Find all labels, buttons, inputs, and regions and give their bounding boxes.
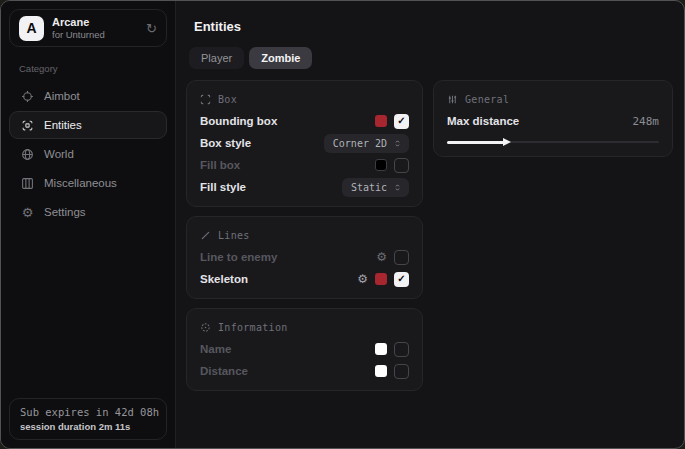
sidebar-item-miscellaneous[interactable]: Miscellaneous bbox=[9, 169, 167, 197]
chevron-up-down-icon bbox=[393, 139, 402, 148]
entity-tabs: Player Zombie bbox=[189, 47, 673, 69]
skeleton-label: Skeleton bbox=[200, 273, 248, 285]
max-distance-label: Max distance bbox=[447, 115, 519, 127]
line-to-enemy-gear-icon[interactable]: ⚙ bbox=[376, 251, 387, 263]
box-card: Box Bounding box ✓ Box style bbox=[186, 80, 423, 207]
app-logo: A bbox=[19, 16, 44, 41]
bounding-box-row: Bounding box ✓ bbox=[200, 110, 409, 132]
fill-style-label: Fill style bbox=[200, 181, 246, 193]
box-card-rows: Bounding box ✓ Box style Corner 2D bbox=[200, 110, 409, 198]
app-header-card: A Arcane for Unturned ↻ bbox=[9, 9, 167, 47]
subscription-card: Sub expires in 42d 08h session duration … bbox=[9, 398, 167, 440]
content-area: Box Bounding box ✓ Box style bbox=[186, 80, 673, 391]
box-style-row: Box style Corner 2D bbox=[200, 132, 409, 154]
lines-card-header: Lines bbox=[200, 227, 409, 243]
distance-row: Distance bbox=[200, 360, 409, 382]
max-distance-slider[interactable] bbox=[447, 136, 659, 148]
sidebar-item-world[interactable]: World bbox=[9, 140, 167, 168]
bounding-box-label: Bounding box bbox=[200, 115, 277, 127]
globe-icon bbox=[20, 148, 35, 161]
tab-zombie[interactable]: Zombie bbox=[249, 47, 312, 69]
columns-icon bbox=[20, 177, 35, 190]
sliders-icon bbox=[447, 94, 458, 105]
general-card-header: General bbox=[447, 91, 659, 107]
box-style-dropdown[interactable]: Corner 2D bbox=[324, 134, 409, 153]
skeleton-row: Skeleton ⚙ ✓ bbox=[200, 268, 409, 290]
line-icon bbox=[200, 230, 211, 241]
box-card-header: Box bbox=[200, 91, 409, 107]
lines-card-rows: Line to enemy ⚙ Skeleton ⚙ ✓ bbox=[200, 246, 409, 290]
box-style-label: Box style bbox=[200, 137, 251, 149]
fill-box-label: Fill box bbox=[200, 159, 240, 171]
distance-color-swatch[interactable] bbox=[375, 365, 387, 377]
skeleton-color-swatch[interactable] bbox=[375, 273, 387, 285]
fill-box-row: Fill box bbox=[200, 154, 409, 176]
sidebar-item-label: Settings bbox=[44, 206, 86, 218]
fill-style-dropdown[interactable]: Static bbox=[342, 178, 409, 197]
app-subtitle: for Unturned bbox=[52, 29, 105, 41]
tab-player[interactable]: Player bbox=[189, 47, 244, 69]
box-card-title: Box bbox=[218, 94, 237, 105]
line-to-enemy-checkbox[interactable] bbox=[394, 250, 409, 265]
fill-box-color-swatch[interactable] bbox=[375, 159, 387, 171]
gear-icon: ⚙ bbox=[20, 205, 35, 220]
sidebar-item-settings[interactable]: ⚙ Settings bbox=[9, 198, 167, 226]
left-column: Box Bounding box ✓ Box style bbox=[186, 80, 423, 391]
session-duration-text: session duration 2m 11s bbox=[20, 421, 156, 432]
distance-label: Distance bbox=[200, 365, 248, 377]
sidebar-item-entities[interactable]: Entities bbox=[9, 111, 167, 139]
sidebar-item-label: World bbox=[44, 148, 74, 160]
bounding-box-checkbox[interactable]: ✓ bbox=[394, 114, 409, 129]
information-card-title: Information bbox=[218, 322, 288, 333]
bounding-box-color-swatch[interactable] bbox=[375, 115, 387, 127]
sidebar: A Arcane for Unturned ↻ Category Aimbot … bbox=[1, 1, 176, 448]
distance-checkbox[interactable] bbox=[394, 364, 409, 379]
information-card-header: Information bbox=[200, 319, 409, 335]
max-distance-row: Max distance 248m bbox=[447, 110, 659, 132]
skeleton-checkbox[interactable]: ✓ bbox=[394, 272, 409, 287]
category-label: Category bbox=[19, 63, 167, 74]
general-card-title: General bbox=[465, 94, 509, 105]
main-panel: Entities Player Zombie Box Bounding box bbox=[176, 1, 685, 448]
app-titles: Arcane for Unturned bbox=[52, 16, 105, 41]
name-color-swatch[interactable] bbox=[375, 343, 387, 355]
fill-box-checkbox[interactable] bbox=[394, 158, 409, 173]
lines-card: Lines Line to enemy ⚙ Skeleton bbox=[186, 216, 423, 299]
information-card-rows: Name Distance bbox=[200, 338, 409, 382]
sidebar-item-label: Entities bbox=[44, 119, 82, 131]
scan-circle-icon bbox=[200, 322, 211, 333]
crosshair-icon bbox=[20, 90, 35, 103]
sub-expiry-text: Sub expires in 42d 08h bbox=[20, 406, 156, 418]
app-window: A Arcane for Unturned ↻ Category Aimbot … bbox=[0, 0, 685, 449]
fill-style-row: Fill style Static bbox=[200, 176, 409, 198]
app-name: Arcane bbox=[52, 16, 105, 29]
max-distance-value: 248m bbox=[633, 115, 660, 128]
page-title: Entities bbox=[194, 19, 673, 34]
box-corners-icon bbox=[200, 94, 211, 105]
slider-fill-and-thumb[interactable] bbox=[447, 141, 504, 144]
fill-style-value: Static bbox=[351, 182, 387, 193]
name-label: Name bbox=[200, 343, 231, 355]
line-to-enemy-label: Line to enemy bbox=[200, 251, 277, 263]
line-to-enemy-row: Line to enemy ⚙ bbox=[200, 246, 409, 268]
general-card: General Max distance 248m bbox=[433, 80, 673, 157]
box-style-value: Corner 2D bbox=[333, 138, 387, 149]
skeleton-gear-icon[interactable]: ⚙ bbox=[357, 273, 368, 285]
name-checkbox[interactable] bbox=[394, 342, 409, 357]
sidebar-item-aimbot[interactable]: Aimbot bbox=[9, 82, 167, 110]
lines-card-title: Lines bbox=[218, 230, 250, 241]
right-column: General Max distance 248m bbox=[433, 80, 673, 157]
sidebar-item-label: Aimbot bbox=[44, 90, 80, 102]
sidebar-item-label: Miscellaneous bbox=[44, 177, 117, 189]
information-card: Information Name Distance bbox=[186, 308, 423, 391]
entities-icon bbox=[20, 119, 35, 132]
name-row: Name bbox=[200, 338, 409, 360]
sync-icon[interactable]: ↻ bbox=[146, 22, 157, 35]
chevron-up-down-icon bbox=[393, 183, 402, 192]
